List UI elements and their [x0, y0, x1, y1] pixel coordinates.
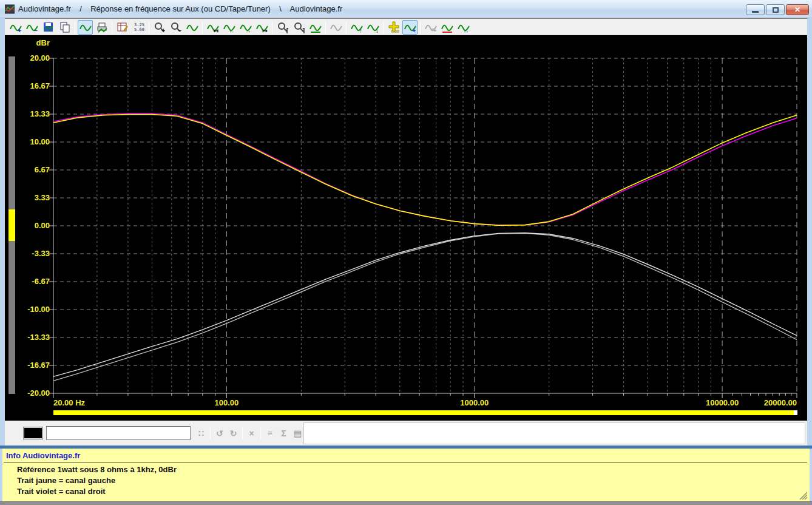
- window-bottom-edge: [0, 501, 812, 505]
- svg-text:0.00: 0.00: [391, 29, 399, 33]
- y-tick-label: -20.00: [5, 388, 50, 398]
- scroll-right-end-icon: ↦: [256, 21, 268, 33]
- info-line-3: Trait violet = canal droit: [17, 487, 106, 496]
- y-tick-label: 20.00: [5, 53, 50, 63]
- print-graph-icon: [96, 21, 108, 33]
- curve-left-boost: [53, 115, 797, 226]
- svg-text:↦: ↦: [262, 27, 267, 33]
- undo-marker-button[interactable]: ↺: [212, 427, 226, 440]
- resize-grip[interactable]: [796, 489, 807, 500]
- zero-reference-icon: 0.00: [388, 21, 400, 33]
- subtract-curve-icon: −: [26, 21, 38, 33]
- y-tick-label: -13.33: [5, 333, 50, 342]
- shift-frequency-button[interactable]: ↔: [456, 20, 471, 35]
- marker-toolbar: ∷↺↻×≡Σ▤: [194, 426, 305, 441]
- transform-curve-icon: [330, 21, 342, 33]
- window-title: Audiovintage.fr / Réponse en fréquence s…: [18, 4, 342, 13]
- maximize-icon: [773, 7, 779, 13]
- stretch-y-down-icon: ↓: [367, 21, 379, 33]
- cursor-readout-button[interactable]: +: [402, 20, 418, 35]
- delete-markers-button[interactable]: ×: [245, 427, 259, 440]
- maximize-button[interactable]: [766, 4, 785, 15]
- redo-marker-button[interactable]: ↻: [226, 427, 240, 440]
- x-tick-label: 20000.00: [724, 398, 797, 407]
- chart-region: dBr 20.0016.6713.3310.006.673.330.00-3.3…: [5, 35, 807, 421]
- numeric-list-button[interactable]: 3.255.60: [131, 20, 146, 35]
- transform-curve-button[interactable]: [328, 20, 343, 35]
- minimize-icon: [752, 11, 759, 13]
- y-tick-label: -6.67: [5, 277, 50, 286]
- y-tick-label: 6.67: [5, 165, 50, 174]
- scroll-left-end-button[interactable]: ↤: [205, 20, 220, 35]
- info-line-2: Trait jaune = canal gauche: [17, 476, 115, 485]
- close-icon: ✕: [794, 5, 800, 14]
- marker-toolbar-row: ∷↺↻×≡Σ▤: [5, 421, 807, 446]
- marker-list-button[interactable]: ≡: [263, 427, 277, 440]
- graph-display-button[interactable]: [78, 20, 93, 35]
- limit-lines-button[interactable]: [439, 20, 455, 35]
- restore-full-curve-button[interactable]: [184, 20, 200, 35]
- curve-cut-trace-a: [53, 233, 797, 377]
- cursor-readout-icon: +: [404, 21, 416, 33]
- zoom-y-out-icon: ]: [293, 21, 305, 33]
- save-curve-button[interactable]: [41, 20, 56, 35]
- y-tick-label: -16.67: [5, 361, 50, 370]
- undo-zoom-button[interactable]: ↷: [423, 20, 438, 35]
- main-toolbar-row: +−3.255.60+−↤←→↦[]↑↓0.00+↷↔: [5, 18, 807, 35]
- scroll-left-button[interactable]: ←: [222, 20, 237, 35]
- y-tick-label: 16.67: [5, 81, 50, 90]
- autoscale-y-icon: [310, 21, 322, 33]
- add-curve-icon: +: [10, 21, 22, 33]
- info-panel: Info Audiovintage.fr Référence 1watt sou…: [2, 449, 810, 501]
- toolbar-separator: [112, 21, 112, 33]
- close-button[interactable]: ✕: [786, 4, 809, 15]
- zoom-x-out-button[interactable]: −: [168, 20, 183, 35]
- svg-text:↑: ↑: [359, 27, 362, 33]
- add-curve-button[interactable]: +: [8, 20, 23, 35]
- scroll-right-button[interactable]: →: [238, 20, 253, 35]
- svg-text:→: →: [245, 27, 251, 33]
- toolbar-separator: [210, 427, 211, 439]
- stretch-y-up-button[interactable]: ↑: [349, 20, 364, 35]
- sum-markers-button[interactable]: Σ: [277, 427, 291, 440]
- stretch-y-down-button[interactable]: ↓: [365, 20, 381, 35]
- frequency-response-plot[interactable]: [5, 35, 807, 421]
- svg-text:−: −: [34, 27, 38, 33]
- y-tick-label: -10.00: [5, 305, 50, 314]
- svg-text:↷: ↷: [431, 27, 436, 33]
- print-graph-button[interactable]: [94, 20, 109, 35]
- svg-text:]: ]: [302, 27, 304, 33]
- info-line-1: Référence 1watt sous 8 ohms à 1khz, 0dBr: [17, 465, 177, 474]
- toolbar-separator: [75, 21, 75, 33]
- annotation-input[interactable]: [46, 426, 191, 440]
- marker-chart-button[interactable]: ▤: [291, 427, 305, 440]
- x-tick-label: 1000.00: [438, 398, 511, 407]
- minimize-button[interactable]: [746, 4, 765, 15]
- toolbar-separator: [272, 21, 272, 33]
- autoscale-y-button[interactable]: [308, 20, 323, 35]
- copy-curve-button[interactable]: [57, 20, 72, 35]
- svg-text:5.60: 5.60: [134, 27, 144, 32]
- trace-color-swatch[interactable]: [23, 427, 43, 439]
- toolbar-separator: [202, 21, 203, 33]
- app-icon: [5, 4, 15, 14]
- zoom-y-out-button[interactable]: ]: [291, 20, 306, 35]
- titlebar[interactable]: Audiovintage.fr / Réponse en fréquence s…: [0, 0, 812, 18]
- zoom-y-in-button[interactable]: [: [275, 20, 290, 35]
- horizontal-scrollbar-thumb[interactable]: [53, 410, 794, 415]
- y-tick-label: 13.33: [5, 109, 50, 118]
- add-marker-button[interactable]: ∷: [194, 427, 208, 440]
- svg-text:↤: ↤: [213, 27, 218, 33]
- scroll-left-icon: ←: [223, 21, 235, 33]
- window-controls: ✕: [746, 4, 809, 15]
- horizontal-scrollbar-cap[interactable]: [794, 410, 797, 415]
- svg-text:−: −: [178, 27, 181, 33]
- subtract-curve-button[interactable]: −: [24, 20, 39, 35]
- app-window: Audiovintage.fr / Réponse en fréquence s…: [0, 0, 812, 505]
- zero-reference-button[interactable]: 0.00: [386, 20, 401, 35]
- info-panel-divider: [4, 462, 807, 463]
- edit-values-button[interactable]: [115, 20, 130, 35]
- zoom-x-in-button[interactable]: +: [152, 20, 167, 35]
- info-panel-title: Info Audiovintage.fr: [6, 451, 80, 460]
- scroll-right-end-button[interactable]: ↦: [254, 20, 269, 35]
